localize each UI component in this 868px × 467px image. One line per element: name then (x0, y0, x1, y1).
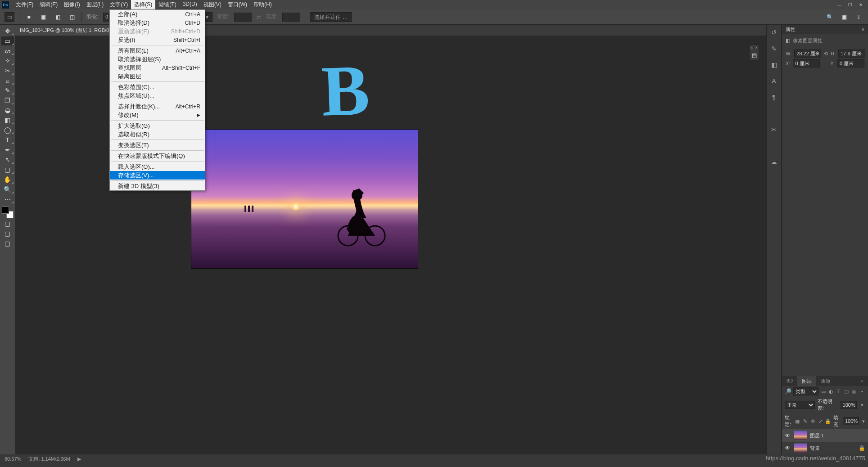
menu-item[interactable]: 反选(I)Shift+Ctrl+I (110, 36, 205, 44)
layer-item[interactable]: 👁背景🔒 (782, 442, 868, 454)
layer-item[interactable]: 👁图层 1 (782, 429, 868, 442)
menu-item[interactable]: 扩大选取(G) (110, 121, 205, 130)
menubar-item[interactable]: 滤镜(T) (155, 0, 179, 10)
character-icon[interactable]: A (768, 75, 780, 87)
menubar-item[interactable]: 视图(V) (200, 0, 225, 10)
menu-item[interactable]: 在快速蒙版模式下编辑(Q) (110, 152, 205, 160)
menu-item[interactable]: 存储选区(V)... (110, 171, 205, 180)
adjustment-filter-icon[interactable]: ◐ (828, 388, 834, 395)
menu-item[interactable]: 焦点区域(U)... (110, 91, 205, 100)
shape-filter-icon[interactable]: ▢ (843, 388, 850, 395)
window-maximize-button[interactable]: ❐ (845, 1, 855, 9)
path-select-tool[interactable]: ↖ (1, 155, 14, 164)
gradient-tool[interactable]: ◧ (1, 116, 14, 125)
marquee-rect-icon[interactable]: ▭ (5, 12, 14, 22)
lock-all-icon[interactable]: 🔒 (825, 418, 831, 424)
menubar-item[interactable]: 图层(L) (83, 0, 107, 10)
status-arrow-icon[interactable]: ▶ (77, 456, 81, 462)
dodge-tool[interactable]: ◯ (1, 126, 14, 135)
menubar-item[interactable]: 文件(F) (13, 0, 36, 10)
libraries-icon[interactable]: ☁ (768, 156, 780, 168)
lock-pixels-icon[interactable]: ▦ (794, 418, 800, 424)
selection-new-icon[interactable]: ■ (24, 12, 34, 22)
menu-item[interactable]: 所有图层(L)Alt+Ctrl+A (110, 46, 205, 55)
zoom-tool[interactable]: 🔍 (1, 185, 14, 194)
blend-mode-select[interactable]: 正常 (785, 401, 815, 409)
type-filter-icon[interactable]: T (836, 388, 842, 395)
marquee-tool[interactable]: ▭ (1, 36, 14, 45)
select-and-mask-button[interactable]: 选择并遮住 … (310, 12, 352, 22)
menu-item[interactable]: 隔离图层 (110, 72, 205, 81)
more-tools[interactable]: ⋯ (1, 195, 14, 204)
chevron-down-icon[interactable]: ▾ (859, 402, 865, 408)
screen-mode-small-icon[interactable]: ▢ (1, 239, 14, 248)
menubar-item[interactable]: 窗口(W) (225, 0, 250, 10)
shape-tool[interactable]: ▢ (1, 165, 14, 174)
menu-item[interactable]: 载入选区(O)... (110, 162, 205, 171)
clone-stamp-tool[interactable]: ❐ (1, 96, 14, 105)
menu-item[interactable]: 新建 3D 模型(3) (110, 182, 205, 190)
window-close-button[interactable]: ✕ (855, 1, 866, 9)
zoom-readout[interactable]: 80.67% (5, 456, 21, 462)
magic-wand-tool[interactable]: ✧ (1, 56, 14, 65)
type-tool[interactable]: T (1, 135, 14, 144)
layers-tab[interactable]: 图层 (797, 376, 816, 386)
chevron-down-icon[interactable]: ▾ (861, 418, 865, 424)
layer-kind-select[interactable]: 类型 (793, 387, 818, 395)
window-minimize-button[interactable]: — (834, 1, 845, 9)
menu-item[interactable]: 变换选区(T) (110, 141, 205, 149)
adjustments-icon[interactable]: ◧ (768, 59, 780, 71)
float-tool-icon[interactable]: ▤ (750, 50, 759, 60)
menu-item[interactable]: 取消选择图层(S) (110, 55, 205, 63)
eraser-tool[interactable]: ◒ (1, 106, 14, 115)
selection-add-icon[interactable]: ▣ (38, 12, 48, 22)
visibility-eye-icon[interactable]: 👁 (785, 432, 791, 439)
history-icon[interactable]: ↺ (768, 27, 780, 38)
menubar-item[interactable]: 文字(Y) (107, 0, 131, 10)
menubar-item[interactable]: 编辑(E) (36, 0, 61, 10)
actions-icon[interactable]: ✂ (768, 124, 780, 135)
eyedropper-tool[interactable]: ⌕ (1, 76, 14, 85)
prop-y-input[interactable] (837, 59, 864, 67)
layer-thumbnail[interactable] (794, 443, 807, 453)
properties-panel-header[interactable]: 属性 ≡ (782, 25, 868, 34)
prop-x-input[interactable] (793, 59, 820, 67)
float-collapse-icon[interactable]: « (750, 45, 753, 50)
doc-info[interactable]: 文档: 1.14M/2.66M (28, 456, 70, 463)
prop-h-input[interactable] (838, 49, 865, 58)
menubar-item[interactable]: 图像(I) (61, 0, 83, 10)
menubar-item[interactable]: 帮助(H) (250, 0, 275, 10)
menu-item[interactable]: 色彩范围(C)... (110, 83, 205, 91)
pen-tool[interactable]: ✒ (1, 145, 14, 154)
menu-item[interactable]: 取消选择(D)Ctrl+D (110, 18, 205, 27)
search-icon[interactable]: 🔍 (825, 12, 835, 22)
menubar-item[interactable]: 3D(D) (180, 0, 200, 10)
layers-tab[interactable]: 3D (782, 376, 797, 386)
menu-item[interactable]: 修改(M)▶ (110, 111, 205, 119)
lock-position-icon[interactable]: ✎ (802, 418, 808, 424)
layer-thumbnail[interactable] (794, 431, 807, 440)
lasso-tool[interactable]: ᔕ (1, 46, 14, 55)
lock-move-icon[interactable]: ✥ (809, 418, 816, 424)
share-icon[interactable]: ⇪ (854, 12, 863, 22)
filter-toggle-icon[interactable]: • (859, 388, 865, 395)
screen-mode-icon[interactable]: ▣ (839, 12, 849, 22)
float-close-icon[interactable]: × (755, 45, 758, 50)
prop-w-input[interactable] (794, 49, 821, 58)
fill-input[interactable] (843, 417, 859, 425)
menu-item[interactable]: 选择并遮住(K)...Alt+Ctrl+R (110, 102, 205, 111)
opacity-input[interactable] (841, 401, 857, 409)
paragraph-icon[interactable]: ¶ (768, 91, 780, 103)
edit-toolbar-icon[interactable]: ▢ (1, 219, 14, 228)
height-input[interactable] (282, 13, 300, 22)
lock-nested-icon[interactable]: ⤢ (817, 418, 823, 424)
layer-name[interactable]: 图层 1 (810, 432, 824, 439)
swap-wh-icon[interactable]: ⇄ (257, 14, 261, 20)
panel-menu-icon[interactable]: ≡ (862, 27, 864, 32)
menu-item[interactable]: 选取相似(R) (110, 130, 205, 139)
layers-tab[interactable]: 通道 (816, 376, 835, 386)
image-filter-icon[interactable]: ▭ (820, 388, 827, 395)
smart-filter-icon[interactable]: ◎ (851, 388, 857, 395)
search-small-icon[interactable]: 🔎 (785, 388, 791, 395)
menu-item[interactable]: 查找图层Alt+Shift+Ctrl+F (110, 63, 205, 72)
